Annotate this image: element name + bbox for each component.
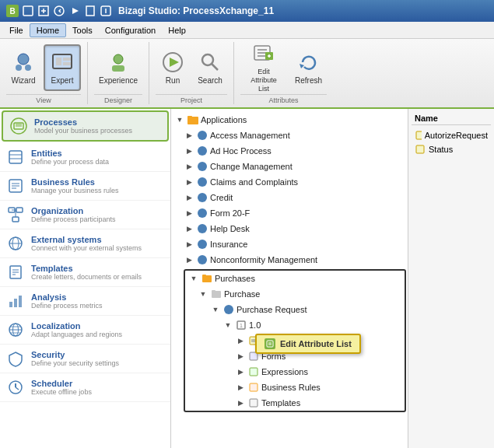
app-title: Bizagi Studio: ProcessXchange_11 <box>118 5 274 16</box>
tree-item-adhoc[interactable]: ▶ Ad Hoc Process <box>171 143 408 159</box>
name-pane-authorize-request[interactable]: AutorizeRequest <box>412 128 491 142</box>
nav-item-processes[interactable]: Processes Model your business processes <box>2 110 169 142</box>
ribbon-project-label: Project <box>156 94 227 104</box>
expander-form20f[interactable]: ▶ <box>184 208 194 219</box>
expander-help-desk[interactable]: ▶ <box>184 223 194 234</box>
tree-item-help-desk[interactable]: ▶ Help Desk <box>171 221 408 236</box>
folder-icon-purchase <box>210 288 222 300</box>
nav-item-entities[interactable]: Entities Define your process data <box>0 143 170 172</box>
svg-point-14 <box>25 65 31 71</box>
analysis-icon <box>6 292 25 310</box>
ribbon-group-project: Run Search Project <box>149 42 234 104</box>
expert-label: Expert <box>51 76 74 85</box>
tree-item-change-mgmt[interactable]: ▶ Change Management <box>171 159 408 174</box>
run-button[interactable]: Run <box>156 44 190 91</box>
expander-attributes[interactable]: ▶ <box>235 335 246 346</box>
menu-home[interactable]: Home <box>30 23 66 37</box>
expander-purchase[interactable]: ▼ <box>198 289 208 299</box>
help-desk-label: Help Desk <box>210 224 250 233</box>
expander-business-rules-node[interactable]: ▶ <box>235 382 246 393</box>
refresh-button[interactable]: Refresh <box>290 44 327 91</box>
tree-item-business-rules-node[interactable]: ▶ Business Rules <box>185 380 405 395</box>
tree-item-credit[interactable]: ▶ Credit <box>171 190 408 205</box>
edit-attribute-list-button[interactable]: Edit Attribute List <box>240 44 287 91</box>
tree-item-applications[interactable]: ▼ Applications <box>171 112 408 128</box>
access-mgmt-label: Access Management <box>210 131 290 140</box>
svg-point-71 <box>198 146 207 156</box>
svg-point-74 <box>198 193 207 202</box>
svg-rect-47 <box>12 217 19 222</box>
name-icon-status <box>415 144 426 155</box>
tree-item-claims[interactable]: ▶ Claims and Complaints <box>171 174 408 190</box>
tree-item-purchase-request[interactable]: ▼ Purchase Request <box>185 302 405 317</box>
entities-subtitle: Define your process data <box>31 158 109 166</box>
wizard-button[interactable]: Wizard <box>6 44 40 91</box>
new-icon <box>37 5 50 17</box>
nav-item-templates[interactable]: Templates Create letters, documents or e… <box>0 258 170 287</box>
process-icon-access-mgmt <box>196 129 208 142</box>
menu-help[interactable]: Help <box>162 24 192 37</box>
title-bar: B Bizagi Studio: ProcessXchange_11 <box>0 0 494 22</box>
nav-item-localization[interactable]: Localization Adapt languages and regions <box>0 316 170 345</box>
nav-item-analysis[interactable]: Analysis Define process metrics <box>0 287 170 316</box>
svg-point-76 <box>198 224 207 233</box>
tree-item-templates-node[interactable]: ▶ Templates <box>185 395 405 411</box>
tree-item-insurance[interactable]: ▶ Insurance <box>171 236 408 252</box>
expander-access-mgmt[interactable]: ▶ <box>184 130 194 141</box>
expander-claims[interactable]: ▶ <box>184 177 194 187</box>
svg-rect-57 <box>9 302 12 307</box>
nav-item-security[interactable]: Security Define your security settings <box>0 345 170 373</box>
left-nav: Processes Model your business processes … <box>0 109 171 448</box>
expander-nonconformity[interactable]: ▶ <box>184 254 194 265</box>
expander-forms[interactable]: ▶ <box>235 351 246 362</box>
nav-item-business-rules[interactable]: Business Rules Manage your business rule… <box>0 172 170 201</box>
ribbon-group-project-content: Run Search <box>156 42 227 93</box>
nav-item-scheduler[interactable]: Scheduler Execute offline jobs <box>0 373 170 402</box>
localization-title: Localization <box>31 321 122 331</box>
expert-button[interactable]: Expert <box>44 44 81 91</box>
ribbon-group-attributes-content: Edit Attribute List Refresh <box>240 42 327 93</box>
search-label: Search <box>198 76 222 85</box>
edit-attribute-popup[interactable]: Edit Attribute List <box>255 334 361 354</box>
expander-version[interactable]: ▼ <box>222 320 233 331</box>
menu-tools[interactable]: Tools <box>66 24 99 37</box>
expander-templates-node[interactable]: ▶ <box>235 397 246 408</box>
refresh-label: Refresh <box>295 76 322 85</box>
tree-item-version[interactable]: ▼ 1 1.0 <box>185 317 405 333</box>
svg-rect-38 <box>9 151 22 163</box>
popup-icon <box>265 338 275 349</box>
organization-subtitle: Define process participants <box>31 215 116 223</box>
expander-purchases[interactable]: ▼ <box>188 273 199 284</box>
purchases-section: ▼ Purchases ▼ Purchase ▼ Purchase Reques… <box>184 269 406 412</box>
svg-rect-96 <box>416 131 422 139</box>
search-button[interactable]: Search <box>193 44 227 91</box>
experience-button[interactable]: Experience <box>94 44 142 91</box>
nav-item-organization[interactable]: Organization Define process participants <box>0 201 170 229</box>
expander-insurance[interactable]: ▶ <box>184 239 194 250</box>
expander-credit[interactable]: ▶ <box>184 192 194 203</box>
form20f-label: Form 20-F <box>210 208 250 218</box>
version-icon: 1 <box>235 319 247 331</box>
expander-adhoc[interactable]: ▶ <box>184 145 194 156</box>
name-pane-status[interactable]: Status <box>412 142 491 156</box>
main-area: Processes Model your business processes … <box>0 109 494 448</box>
tree-item-purchases[interactable]: ▼ Purchases <box>185 271 405 286</box>
menu-file[interactable]: File <box>3 24 30 37</box>
expander-change-mgmt[interactable]: ▶ <box>184 161 194 172</box>
menu-configuration[interactable]: Configuration <box>99 24 162 37</box>
insurance-label: Insurance <box>210 240 247 249</box>
tree-item-access-mgmt[interactable]: ▶ Access Management <box>171 128 408 143</box>
process-icon-claims <box>196 176 208 188</box>
tree-item-form20f[interactable]: ▶ Form 20-F <box>171 205 408 221</box>
tree-item-nonconformity[interactable]: ▶ Nonconformity Management <box>171 252 408 268</box>
popup-label: Edit Attribute List <box>280 339 352 348</box>
expander-expressions[interactable]: ▶ <box>235 366 246 377</box>
nav-item-external-systems[interactable]: External systems Connect with your exter… <box>0 229 170 258</box>
expander-applications[interactable]: ▼ <box>174 114 185 125</box>
tree-item-expressions[interactable]: ▶ Expressions <box>185 364 405 380</box>
tree-item-purchase[interactable]: ▼ Purchase <box>185 286 405 302</box>
change-mgmt-label: Change Management <box>210 162 293 171</box>
tree-pane[interactable]: ▼ Applications ▶ Access Management ▶ Ad … <box>171 109 408 448</box>
expander-purchase-request[interactable]: ▼ <box>210 304 221 315</box>
name-pane-header: Name <box>412 112 491 125</box>
